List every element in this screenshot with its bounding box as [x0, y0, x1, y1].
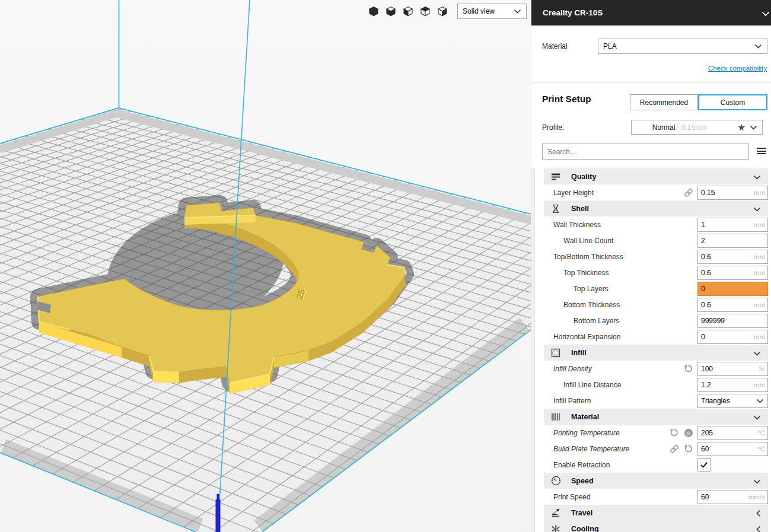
setting-label: Wall Line Count: [544, 237, 613, 245]
category-infill[interactable]: Infill: [544, 345, 768, 361]
settings-scrollbar[interactable]: [531, 168, 535, 532]
setting-row-top-thickness: Top Thickness0.6mm: [544, 265, 768, 281]
tab-custom[interactable]: Custom: [698, 94, 767, 110]
chevron-down-icon: [753, 173, 761, 181]
chevron-down-icon: [753, 349, 761, 358]
setting-label: Top/Bottom Thickness: [544, 253, 623, 261]
chevron-left-icon: [756, 525, 761, 532]
category-speed[interactable]: Speed: [544, 473, 768, 489]
cooling-icon: [550, 524, 562, 532]
view-front-button[interactable]: [401, 4, 415, 19]
star-icon: ★: [738, 123, 745, 132]
category-label: Quality: [571, 173, 596, 181]
profile-name: Normal: [652, 123, 676, 132]
printing-temperature-input[interactable]: 205°C: [697, 426, 768, 440]
setting-row-horizontal-expansion: Horizontal Expansion0mm: [544, 329, 768, 345]
view-top-button[interactable]: [418, 4, 432, 19]
check-compatibility-link[interactable]: Check compatibility: [708, 65, 767, 72]
setting-label: Top Layers: [544, 285, 608, 293]
setting-label: Bottom Layers: [544, 317, 619, 325]
setting-row-enable-retraction: Enable Retraction: [544, 457, 768, 473]
material-label: Material: [542, 42, 568, 50]
panel-divider: [531, 82, 771, 83]
z-axis-marker: [216, 494, 221, 532]
printer-selector[interactable]: Creality CR-10S: [531, 0, 771, 26]
chevron-down-icon: [762, 9, 770, 18]
setting-label: Build Plate Temperature: [544, 445, 629, 453]
search-input[interactable]: [542, 144, 749, 160]
chevron-down-icon: [750, 123, 757, 132]
category-travel[interactable]: Travel: [544, 505, 768, 521]
undo-icon[interactable]: [683, 444, 693, 454]
profile-label: Profile:: [542, 123, 564, 132]
category-label: Cooling: [571, 525, 599, 532]
printer-name: Creality CR-10S: [543, 8, 603, 17]
link-icon[interactable]: [669, 444, 679, 454]
settings-menu-button[interactable]: [757, 148, 766, 155]
setting-label: Infill Pattern: [544, 397, 591, 405]
category-label: Travel: [571, 509, 592, 517]
viewport-3d[interactable]: 25 25: [0, 0, 531, 532]
view-front-left-button[interactable]: [384, 4, 397, 19]
profile-controls: ★: [738, 123, 757, 132]
setting-row-print-speed: Print Speed60mm/s: [544, 489, 768, 505]
top-layers-input[interactable]: 0: [697, 282, 768, 296]
infill-line-distance-input[interactable]: 1.2mm: [697, 378, 768, 392]
chevron-down-icon: [753, 413, 761, 422]
horizontal-expansion-input[interactable]: 0mm: [697, 330, 768, 344]
setting-label: Infill Density: [544, 365, 592, 373]
fx-icon[interactable]: fx: [683, 428, 693, 438]
category-label: Speed: [571, 477, 594, 485]
wall-line-count-input[interactable]: 2: [697, 234, 768, 248]
category-quality[interactable]: Quality: [544, 168, 768, 184]
profile-dropdown[interactable]: Normal - 0.15mm ★: [631, 120, 763, 135]
view-mode-label: Solid view: [463, 7, 495, 15]
svg-text:fx: fx: [687, 431, 690, 436]
setting-label: Print Speed: [544, 493, 591, 501]
view-3d-button[interactable]: [367, 4, 380, 19]
top-thickness-input[interactable]: 0.6mm: [697, 266, 768, 280]
setting-row-build-plate-temperature: Build Plate Temperature60°C: [544, 441, 768, 457]
enable-retraction-checkbox[interactable]: [697, 458, 711, 472]
profile-value: Normal - 0.15mm: [636, 115, 707, 140]
top-bottom-thickness-input[interactable]: 0.6mm: [697, 250, 768, 264]
setting-row-wall-line-count: Wall Line Count2: [544, 232, 768, 249]
material-icon: [550, 412, 562, 422]
build-plate-temperature-input[interactable]: 60°C: [697, 442, 768, 456]
category-label: Shell: [571, 205, 589, 213]
quality-icon: [550, 172, 562, 181]
chevron-left-icon: [756, 509, 761, 519]
view-right-button[interactable]: [435, 4, 449, 19]
chevron-down-icon: [753, 477, 761, 486]
setting-row-bottom-layers: Bottom Layers999999: [544, 313, 768, 329]
wall-thickness-input[interactable]: 1mm: [697, 218, 768, 232]
infill-density-input[interactable]: 100%: [697, 362, 768, 376]
setting-label: Enable Retraction: [544, 461, 610, 469]
bottom-layers-input[interactable]: 999999: [697, 314, 768, 328]
setup-mode-tabs: Recommended Custom: [630, 94, 767, 110]
chevron-down-icon: [753, 205, 761, 214]
bottom-thickness-input[interactable]: 0.6mm: [697, 298, 768, 312]
print-setup-title: Print Setup: [542, 94, 591, 104]
setting-label: Wall Thickness: [544, 221, 601, 229]
setting-label: Horizontal Expansion: [544, 333, 620, 341]
speed-icon: [550, 476, 562, 486]
setting-row-printing-temperature: Printing Temperaturefx205°C: [544, 425, 768, 441]
layer-height-input[interactable]: 0.15mm: [697, 186, 768, 200]
print-speed-input[interactable]: 60mm/s: [697, 490, 768, 504]
settings-list: QualityLayer Height0.15mmShellWall Thick…: [544, 168, 768, 532]
infill-pattern-dropdown[interactable]: Triangles: [697, 394, 768, 408]
setting-row-infill-density: Infill Density100%: [544, 361, 768, 377]
cura-window: 25 25 Solid view: [0, 0, 771, 532]
link-icon[interactable]: [683, 187, 693, 197]
view-mode-dropdown[interactable]: Solid view: [457, 4, 527, 19]
tab-recommended[interactable]: Recommended: [630, 94, 698, 110]
category-material[interactable]: Material: [544, 409, 768, 425]
category-shell[interactable]: Shell: [544, 200, 768, 216]
settings-search: [542, 144, 749, 160]
undo-icon[interactable]: [669, 428, 679, 438]
material-dropdown[interactable]: PLA: [598, 39, 767, 54]
travel-icon: [550, 508, 562, 518]
undo-icon[interactable]: [683, 364, 693, 374]
category-cooling[interactable]: Cooling: [544, 521, 768, 532]
